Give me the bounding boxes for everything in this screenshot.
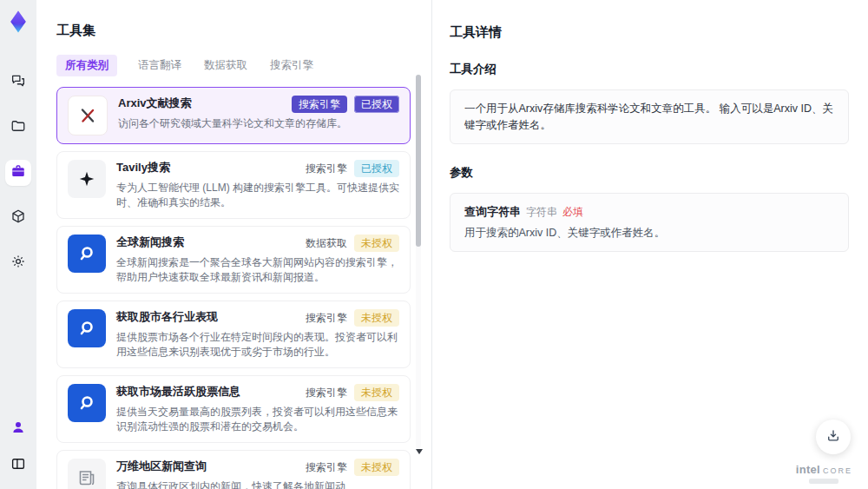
tool-list-panel: 工具集 所有类别 语言翻译 数据获取 搜索引擎 Arxiv文献搜索 (36, 0, 431, 489)
brand-core-text: core (823, 463, 852, 476)
arxiv-icon (68, 96, 108, 135)
app-window: 工具集 所有类别 语言翻译 数据获取 搜索引擎 Arxiv文献搜索 (0, 0, 868, 489)
gear-icon (10, 254, 26, 273)
sidebar-item-chat[interactable] (5, 69, 31, 96)
tool-card-tavily[interactable]: Tavily搜索 搜索引擎 已授权 专为人工智能代理 (LLM) 构建的搜索引擎… (56, 151, 411, 219)
category-label: 搜索引擎 (306, 386, 347, 400)
parameter-name: 查询字符串 (464, 204, 521, 220)
status-badge: 已授权 (354, 96, 399, 113)
tool-card-most-active-stocks[interactable]: 获取市场最活跃股票信息 搜索引擎 未授权 提供当天交易量最高的股票列表，投资者可… (56, 375, 411, 443)
list-scrollbar-thumb[interactable] (416, 75, 421, 247)
parameter-required-flag: 必填 (562, 205, 583, 220)
magnifier-app-icon (68, 235, 106, 273)
tool-name: 全球新闻搜索 (116, 235, 184, 250)
download-icon (825, 428, 841, 446)
scroll-down-caret-icon[interactable] (416, 449, 423, 454)
tab-all-categories[interactable]: 所有类别 (56, 55, 117, 76)
sidebar-item-files[interactable] (5, 115, 31, 141)
tool-description: 专为人工智能代理 (LLM) 构建的搜索引擎工具。可快速提供实时、准确和真实的结… (116, 181, 399, 210)
category-label: 搜索引擎 (306, 460, 347, 475)
briefcase-icon (10, 163, 26, 182)
status-badge: 未授权 (354, 235, 399, 252)
parameter-description: 用于搜索的Arxiv ID、关键字或作者姓名。 (464, 226, 834, 241)
category-label: 搜索引擎 (306, 311, 347, 326)
list-scrollbar-track[interactable] (416, 75, 421, 448)
tool-name: 获取股市各行业表现 (116, 309, 218, 325)
folder-icon (10, 118, 26, 137)
tool-name: Arxiv文献搜索 (118, 96, 192, 111)
page-title: 工具集 (56, 23, 431, 39)
tab-language-translation[interactable]: 语言翻译 (136, 55, 183, 76)
params-section-title: 参数 (450, 165, 849, 181)
chat-icon (10, 73, 26, 92)
tool-description: 提供当天交易量最高的股票列表，投资者可以利用这些信息来识别流动性强的股票和潜在的… (116, 405, 399, 434)
magnifier-app-icon (68, 309, 106, 347)
sidebar-item-settings[interactable] (5, 250, 31, 276)
status-badge: 已授权 (354, 160, 399, 177)
tab-search-engine[interactable]: 搜索引擎 (268, 55, 315, 76)
app-logo-gem-icon (3, 7, 33, 36)
magnifier-app-icon (68, 384, 106, 422)
sidebar-item-toolbox[interactable] (5, 160, 31, 186)
sidebar-item-toggle-panel[interactable] (5, 453, 31, 479)
panels-icon (10, 456, 26, 475)
brand-intel-text: intel (796, 463, 820, 476)
detail-title: 工具详情 (450, 24, 849, 41)
tab-data-acquisition[interactable]: 数据获取 (202, 55, 249, 76)
tool-card-sector-performance[interactable]: 获取股市各行业表现 搜索引擎 未授权 提供股票市场各个行业在特定时间段内的表现。… (56, 301, 411, 368)
tool-name: 获取市场最活跃股票信息 (116, 384, 240, 400)
tool-card-regional-news[interactable]: 万维地区新闻查询 搜索引擎 未授权 查询具体行政区划内的新闻，快速了解各地新闻动 (56, 450, 411, 489)
tool-description: 全球新闻搜索是一个聚合全球各大新闻网站内容的搜索引擎，帮助用户快速获取全球最新资… (116, 255, 399, 285)
tool-detail-panel: 工具详情 工具介绍 一个用于从Arxiv存储库搜索科学论文和文章的工具。 输入可… (431, 0, 868, 489)
status-badge: 未授权 (354, 459, 399, 476)
tool-name: Tavily搜索 (116, 160, 170, 175)
tool-card-arxiv[interactable]: Arxiv文献搜索 搜索引擎 已授权 访问各个研究领域大量科学论文和文章的存储库… (56, 87, 411, 144)
parameter-item: 查询字符串 字符串 必填 用于搜索的Arxiv ID、关键字或作者姓名。 (450, 193, 849, 252)
intro-section-title: 工具介绍 (450, 62, 849, 77)
brand-sub-bar (809, 479, 838, 484)
status-badge: 未授权 (354, 309, 399, 327)
category-label: 数据获取 (306, 236, 347, 251)
tavily-star-icon (68, 160, 106, 198)
tool-description: 查询具体行政区划内的新闻，快速了解各地新闻动 (116, 479, 399, 489)
tool-card-list: Arxiv文献搜索 搜索引擎 已授权 访问各个研究领域大量科学论文和文章的存储库… (56, 87, 431, 489)
tool-intro-box: 一个用于从Arxiv存储库搜索科学论文和文章的工具。 输入可以是Arxiv ID… (450, 89, 849, 145)
sidebar-item-models[interactable] (5, 205, 31, 231)
left-rail (0, 0, 36, 489)
sidebar-item-user[interactable] (5, 416, 31, 442)
tool-name: 万维地区新闻查询 (116, 459, 207, 474)
category-label: 搜索引擎 (306, 162, 347, 176)
cube-icon (10, 208, 26, 228)
tool-card-global-news[interactable]: 全球新闻搜索 数据获取 未授权 全球新闻搜索是一个聚合全球各大新闻网站内容的搜索… (56, 226, 411, 294)
tool-description: 访问各个研究领域大量科学论文和文章的存储库。 (118, 116, 399, 131)
download-button[interactable] (816, 420, 851, 454)
user-icon (10, 420, 26, 439)
newspaper-icon (68, 459, 106, 489)
tool-description: 提供股票市场各个行业在特定时间段内的表现。投资者可以利用这些信息来识别表现优于或… (116, 330, 399, 360)
intel-core-logo: intelcore (796, 463, 852, 484)
status-badge: 未授权 (354, 384, 399, 401)
category-tabs: 所有类别 语言翻译 数据获取 搜索引擎 (56, 55, 431, 76)
parameter-type: 字符串 (526, 205, 557, 220)
category-badge: 搜索引擎 (292, 96, 347, 113)
